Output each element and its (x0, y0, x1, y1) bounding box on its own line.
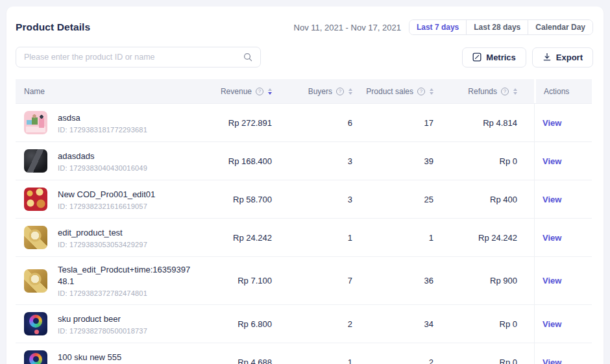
buyers-cell: 2 (272, 305, 352, 343)
search-box[interactable] (16, 47, 261, 67)
column-header-label: Buyers (308, 87, 332, 96)
help-icon[interactable]: ? (256, 88, 263, 95)
product-id: ID: 1729383181772293681 (58, 126, 147, 134)
download-icon (543, 53, 552, 62)
sort-icon[interactable] (513, 88, 517, 95)
product-id: ID: 1729382321616619057 (58, 202, 155, 210)
table-row: 100 sku new 555 ID: 1729383… Rp 4.688 1 … (16, 343, 592, 364)
metrics-button[interactable]: Metrics (462, 47, 526, 67)
range-button-calendar-day[interactable]: Calendar Day (528, 20, 592, 34)
buyers-cell: 3 (272, 180, 352, 218)
product-sales-cell: 39 (352, 142, 433, 180)
title-row: Product Details Nov 11, 2021 - Nov 17, 2… (6, 6, 604, 35)
table-body: asdsa ID: 1729383181772293681 Rp 272.891… (16, 104, 592, 364)
refunds-cell: Rp 900 (433, 257, 534, 304)
help-icon[interactable]: ? (501, 88, 509, 95)
column-header-buyers: Buyers ? (272, 79, 352, 103)
help-icon[interactable]: ? (336, 88, 344, 95)
revenue-cell: Rp 168.400 (197, 142, 272, 180)
export-button-label: Export (556, 53, 583, 62)
product-details-card: Product Details Nov 11, 2021 - Nov 17, 2… (6, 6, 604, 364)
name-cell: sku product beer ID: 1729382780500018737 (16, 305, 197, 343)
actions-cell: View (534, 219, 592, 256)
table-row: asdsa ID: 1729383181772293681 Rp 272.891… (16, 104, 592, 142)
name-cell: edit_product_test ID: 172938305305342929… (16, 219, 197, 256)
table-row: edit_product_test ID: 172938305305342929… (16, 219, 592, 257)
view-link[interactable]: View (543, 118, 561, 128)
buyers-cell: 7 (272, 257, 352, 304)
view-link[interactable]: View (543, 276, 561, 285)
name-cell: adasdads ID: 1729383040430016049 (16, 142, 197, 180)
name-block: adasdads ID: 1729383040430016049 (58, 151, 147, 173)
column-header-actions: Actions (534, 79, 592, 103)
product-id: ID: 1729383040430016049 (58, 164, 147, 172)
product-id: ID: 1729383053053429297 (58, 241, 147, 249)
name-block: 100 sku new 555 ID: 1729383… (58, 352, 121, 364)
column-header-product-sales: Product sales ? (352, 79, 433, 103)
product-thumbnail (24, 226, 47, 249)
product-name: Tesla_edit_Prodcut+time:1635939748.1 (58, 264, 191, 287)
name-cell: New COD_Pro001_edit01 ID: 17293823216166… (16, 180, 197, 218)
page-title: Product Details (16, 21, 90, 33)
product-name: asdsa (58, 112, 147, 124)
date-range-label: Nov 11, 2021 - Nov 17, 2021 (294, 23, 401, 32)
search-input[interactable] (24, 53, 243, 62)
name-block: New COD_Pro001_edit01 ID: 17293823216166… (58, 189, 155, 211)
column-header-refunds: Refunds ? (433, 79, 534, 103)
column-header-label: Name (24, 87, 45, 96)
revenue-cell: Rp 6.800 (197, 305, 272, 343)
revenue-cell: Rp 24.242 (197, 219, 272, 256)
metrics-button-label: Metrics (486, 53, 516, 62)
date-range-toggle: Last 7 daysLast 28 daysCalendar Day (409, 19, 593, 35)
actions-cell: View (534, 180, 592, 218)
column-header-label: Refunds (468, 87, 497, 96)
product-sales-cell: 1 (352, 219, 433, 256)
product-name: 100 sku new 555 (58, 352, 121, 363)
refunds-cell: Rp 400 (433, 180, 534, 218)
view-link[interactable]: View (543, 319, 561, 329)
refunds-cell: Rp 0 (433, 142, 534, 180)
toolbar-buttons: Metrics Export (462, 47, 593, 67)
revenue-cell: Rp 58.700 (197, 180, 272, 218)
revenue-cell: Rp 4.688 (197, 343, 272, 364)
view-link[interactable]: View (543, 233, 561, 243)
buyers-cell: 3 (272, 142, 352, 180)
revenue-cell: Rp 7.100 (197, 257, 272, 304)
actions-cell: View (534, 257, 592, 304)
range-button-last-7-days[interactable]: Last 7 days (409, 20, 466, 34)
product-sales-cell: 2 (352, 343, 433, 364)
product-sales-cell: 25 (352, 180, 433, 218)
view-link[interactable]: View (543, 195, 561, 204)
buyers-cell: 6 (272, 104, 352, 141)
table-row: Tesla_edit_Prodcut+time:1635939748.1 ID:… (16, 257, 592, 305)
column-header-label: Product sales (366, 87, 413, 96)
range-button-last-28-days[interactable]: Last 28 days (466, 20, 528, 34)
view-link[interactable]: View (543, 358, 561, 364)
product-name: sku product beer (58, 313, 147, 325)
buyers-cell: 1 (272, 219, 352, 256)
product-id: ID: 1729382780500018737 (58, 327, 147, 335)
actions-cell: View (534, 142, 592, 180)
table-row: adasdads ID: 1729383040430016049 Rp 168.… (16, 142, 592, 180)
name-block: edit_product_test ID: 172938305305342929… (58, 227, 147, 249)
name-block: Tesla_edit_Prodcut+time:1635939748.1 ID:… (58, 264, 191, 297)
actions-cell: View (534, 104, 592, 141)
product-sales-cell: 34 (352, 305, 433, 343)
help-icon[interactable]: ? (417, 88, 425, 95)
product-name: adasdads (58, 151, 147, 162)
refunds-cell: Rp 0 (433, 305, 534, 343)
refunds-cell: Rp 4.814 (433, 104, 534, 141)
name-cell: 100 sku new 555 ID: 1729383… (16, 343, 197, 364)
export-button[interactable]: Export (532, 47, 593, 67)
buyers-cell: 1 (272, 343, 352, 364)
magnifier-icon[interactable] (243, 53, 252, 62)
product-id: ID: 1729382372782474801 (58, 289, 191, 297)
table-header: Name Revenue ? Buyers ? Product sales ? … (16, 79, 592, 104)
name-cell: Tesla_edit_Prodcut+time:1635939748.1 ID:… (16, 257, 197, 304)
revenue-cell: Rp 272.891 (197, 104, 272, 141)
name-block: sku product beer ID: 1729382780500018737 (58, 313, 147, 335)
table-row: New COD_Pro001_edit01 ID: 17293823216166… (16, 180, 592, 219)
view-link[interactable]: View (543, 156, 561, 166)
product-thumbnail (24, 350, 47, 364)
column-header-revenue: Revenue ? (197, 79, 272, 103)
